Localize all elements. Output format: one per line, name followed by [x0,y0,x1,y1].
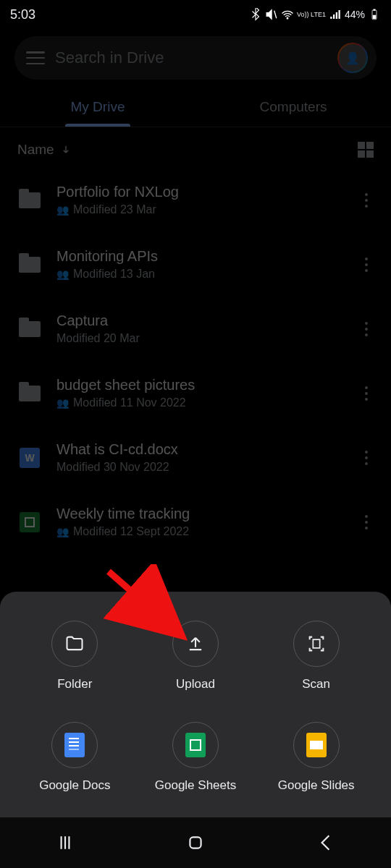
shared-icon: 👥 [56,397,69,409]
list-item[interactable]: budget sheet pictures👥Modified 11 Nov 20… [13,361,378,425]
action-label: Scan [302,677,330,692]
file-meta-text: Modified 13 Jan [73,268,155,281]
battery-icon [368,8,381,21]
sort-text: Name [17,142,54,158]
folder-icon [51,621,98,667]
more-button[interactable] [359,322,374,336]
search-input[interactable]: Search in Drive 👤 [14,36,377,80]
shared-icon: 👥 [56,268,69,280]
file-info: Weekly time tracking👥Modified 12 Sept 20… [56,506,345,538]
list-item[interactable]: Monitoring APIs👥Modified 13 Jan [13,232,378,297]
docs-icon [51,722,98,768]
upload-icon [172,621,219,667]
menu-icon[interactable] [26,51,45,64]
network-label: Vo)) LTE1 [297,12,326,18]
file-info: Portfolio for NXLog👥Modified 23 Mar [56,184,345,216]
avatar[interactable]: 👤 [337,43,368,73]
sheet-icon [17,510,42,535]
file-name: Captura [56,312,345,329]
action-upload[interactable]: Upload [135,621,256,692]
file-info: budget sheet pictures👥Modified 11 Nov 20… [56,377,345,409]
create-new-sheet: FolderUploadScanGoogle DocsGoogle Sheets… [0,592,391,817]
list-item[interactable]: Weekly time tracking👥Modified 12 Sept 20… [13,490,378,554]
signal-icon [329,8,342,21]
file-meta: Modified 20 Mar [56,332,345,345]
folder-icon [17,188,42,213]
mute-icon [265,8,278,21]
file-info: CapturaModified 20 Mar [56,312,345,345]
list-item[interactable]: WWhat is CI-cd.docxModified 30 Nov 2022 [13,425,378,490]
more-button[interactable] [359,515,374,529]
file-meta-text: Modified 23 Mar [73,203,156,216]
file-name: Weekly time tracking [56,506,345,522]
file-info: Monitoring APIs👥Modified 13 Jan [56,248,345,281]
back-button[interactable] [316,833,335,852]
file-info: What is CI-cd.docxModified 30 Nov 2022 [56,441,345,474]
sort-button[interactable]: Name [17,142,72,158]
tab-my-drive[interactable]: My Drive [0,87,196,127]
action-label: Google Sheets [155,778,236,793]
status-bar: 5:03 Vo)) LTE1 44% [0,0,391,29]
file-name: budget sheet pictures [56,377,345,393]
file-meta-text: Modified 30 Nov 2022 [56,461,169,474]
file-meta-text: Modified 11 Nov 2022 [73,396,186,409]
action-slides[interactable]: Google Slides [256,722,377,793]
action-label: Google Docs [39,778,110,793]
search-placeholder: Search in Drive [55,48,327,67]
file-name: What is CI-cd.docx [56,441,345,458]
arrow-down-icon [60,144,72,156]
tab-computers[interactable]: Computers [196,87,391,127]
svg-rect-6 [190,837,201,848]
action-sheets[interactable]: Google Sheets [135,722,256,793]
recents-button[interactable] [56,833,75,852]
more-button[interactable] [359,258,374,272]
bluetooth-icon [249,8,262,21]
scan-icon [293,621,340,667]
view-toggle[interactable] [358,142,374,158]
action-scan[interactable]: Scan [256,621,377,692]
file-meta: 👥Modified 23 Mar [56,203,345,216]
svg-rect-4 [313,639,319,648]
file-meta: Modified 30 Nov 2022 [56,461,345,474]
sheets-icon [172,722,219,768]
svg-rect-2 [374,9,376,11]
file-name: Portfolio for NXLog [56,184,345,200]
shared-icon: 👥 [56,526,69,537]
folder-icon [17,381,42,406]
tab-label: Computers [260,99,327,115]
more-button[interactable] [359,193,374,208]
folder-icon [17,317,42,341]
action-docs[interactable]: Google Docs [14,722,135,793]
shared-icon: 👥 [56,204,69,216]
home-button[interactable] [186,833,205,852]
file-name: Monitoring APIs [56,248,345,265]
action-label: Upload [176,677,215,692]
docx-icon: W [17,446,42,470]
svg-rect-3 [373,15,377,19]
list-item[interactable]: Portfolio for NXLog👥Modified 23 Mar [13,168,378,232]
file-meta: 👥Modified 13 Jan [56,268,345,281]
file-meta: 👥Modified 12 Sept 2022 [56,525,345,538]
action-label: Google Slides [278,778,355,793]
status-time: 5:03 [10,7,35,22]
wifi-icon [281,8,294,21]
file-meta-text: Modified 12 Sept 2022 [73,525,189,538]
more-button[interactable] [359,386,374,401]
battery-percent: 44% [345,9,365,20]
action-folder[interactable]: Folder [14,621,135,692]
file-meta-text: Modified 20 Mar [56,332,140,345]
more-button[interactable] [359,451,374,465]
folder-icon [17,252,42,277]
tabs: My Drive Computers [0,87,391,127]
tab-label: My Drive [71,99,125,115]
action-label: Folder [57,677,92,692]
slides-icon [293,722,340,768]
android-nav [0,817,391,868]
list-item[interactable]: CapturaModified 20 Mar [13,297,378,361]
file-meta: 👥Modified 11 Nov 2022 [56,396,345,409]
